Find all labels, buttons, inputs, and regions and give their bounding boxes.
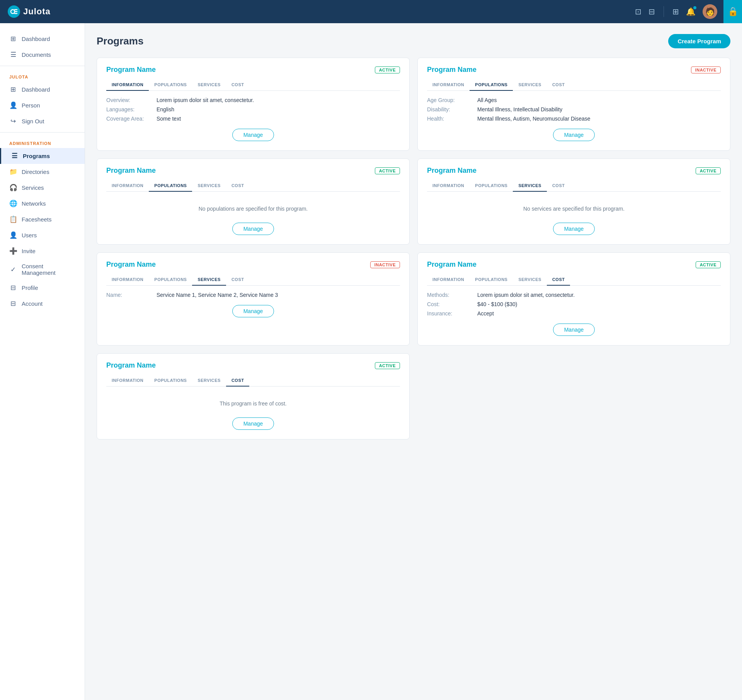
- card-tabs: INFORMATION POPULATIONS SERVICES COST: [106, 180, 400, 192]
- tab-information[interactable]: INFORMATION: [106, 274, 149, 286]
- tab-cost[interactable]: COST: [226, 274, 250, 286]
- sidebar-item-label: Profile: [22, 284, 38, 291]
- status-badge: ACTIVE: [375, 66, 400, 73]
- tab-cost[interactable]: COST: [547, 274, 570, 286]
- tab-populations[interactable]: POPULATIONS: [149, 274, 192, 286]
- sidebar-item-services[interactable]: 🎧 Services: [0, 180, 85, 196]
- manage-button[interactable]: Manage: [232, 417, 274, 430]
- users-icon: 👤: [9, 231, 17, 239]
- grid-icon[interactable]: ⊞: [672, 7, 679, 16]
- tab-information[interactable]: INFORMATION: [106, 375, 149, 387]
- sidebar: ⊞ Dashboard ☰ Documents JULOTA ⊞ Dashboa…: [0, 23, 85, 700]
- sidebar-item-directories[interactable]: 📁 Directories: [0, 164, 85, 180]
- sidebar-item-users[interactable]: 👤 Users: [0, 227, 85, 243]
- manage-button[interactable]: Manage: [232, 129, 274, 141]
- tab-populations[interactable]: POPULATIONS: [149, 79, 192, 91]
- sidebar-divider-2: [0, 132, 85, 133]
- page-title: Programs: [97, 35, 143, 47]
- tab-cost[interactable]: COST: [226, 79, 250, 91]
- programs-icon: ☰: [10, 152, 18, 160]
- sidebar-item-account[interactable]: ⊟ Account: [0, 296, 85, 312]
- field-label: Cost:: [427, 301, 473, 307]
- field-value: English: [157, 106, 174, 112]
- sidebar-item-dashboard[interactable]: ⊞ Dashboard: [0, 82, 85, 97]
- sidebar-item-label: Sign Out: [22, 118, 44, 124]
- tab-services[interactable]: SERVICES: [192, 180, 226, 192]
- tab-populations[interactable]: POPULATIONS: [149, 180, 192, 192]
- program-name: Program Name: [106, 66, 156, 74]
- manage-button[interactable]: Manage: [232, 305, 274, 317]
- tab-services[interactable]: SERVICES: [513, 79, 546, 91]
- field-label: Insurance:: [427, 310, 473, 317]
- tab-information[interactable]: INFORMATION: [427, 180, 470, 192]
- tab-cost[interactable]: COST: [226, 180, 250, 192]
- dashboard-icon: ⊞: [9, 85, 17, 94]
- manage-btn-wrap: Manage: [106, 223, 400, 235]
- field-value: All Ages: [477, 97, 497, 103]
- card-header: Program Name ACTIVE: [427, 261, 721, 269]
- manage-button[interactable]: Manage: [553, 223, 595, 235]
- tab-cost[interactable]: COST: [547, 79, 570, 91]
- tab-services[interactable]: SERVICES: [513, 180, 546, 192]
- manage-button[interactable]: Manage: [232, 223, 274, 235]
- sidebar-item-dashboard-top[interactable]: ⊞ Dashboard: [0, 31, 85, 47]
- field-value: Mental Illness, Autism, Neuromuscular Di…: [477, 116, 591, 122]
- notification-dot: [693, 6, 696, 9]
- program-name: Program Name: [106, 167, 156, 175]
- field-value: Lorem ipsum dolor sit amet, consectetur.: [157, 97, 254, 103]
- manage-btn-wrap: Manage: [106, 417, 400, 430]
- sidebar-item-consent-management[interactable]: ✓ Consent Management: [0, 259, 85, 280]
- sidebar-item-invite[interactable]: ➕ Invite: [0, 243, 85, 259]
- field-label: Health:: [427, 116, 473, 122]
- sidebar-item-networks[interactable]: 🌐 Networks: [0, 196, 85, 211]
- tab-populations[interactable]: POPULATIONS: [470, 274, 513, 286]
- field-name: Name: Service Name 1, Service Name 2, Se…: [106, 292, 400, 298]
- sidebar-divider: [0, 66, 85, 66]
- tab-information[interactable]: INFORMATION: [427, 79, 470, 91]
- screen-icon[interactable]: ⊡: [635, 7, 642, 16]
- nav-icons: ⊡ ⊟ ⊞ 🔔 🧑: [635, 4, 717, 19]
- svg-point-0: [11, 10, 15, 14]
- card-header: Program Name ACTIVE: [427, 167, 721, 175]
- sidebar-item-programs[interactable]: ☰ Programs: [0, 148, 85, 164]
- sidebar-item-profile[interactable]: ⊟ Profile: [0, 280, 85, 296]
- sidebar-item-sign-out[interactable]: ↪ Sign Out: [0, 113, 85, 129]
- tab-populations[interactable]: POPULATIONS: [470, 79, 513, 91]
- tab-cost[interactable]: COST: [547, 180, 570, 192]
- sidebar-item-label: Person: [22, 102, 40, 109]
- create-program-button[interactable]: Create Program: [668, 34, 730, 48]
- tab-cost[interactable]: COST: [226, 375, 250, 387]
- field-disability: Disability: Mental Illness, Intellectual…: [427, 106, 721, 112]
- sidebar-item-label: Networks: [22, 200, 46, 207]
- tab-services[interactable]: SERVICES: [513, 274, 546, 286]
- program-card-6: Program Name ACTIVE INFORMATION POPULATI…: [417, 252, 730, 346]
- signout-icon: ↪: [9, 117, 17, 125]
- sidebar-item-documents[interactable]: ☰ Documents: [0, 47, 85, 63]
- tab-services[interactable]: SERVICES: [192, 375, 226, 387]
- tab-services[interactable]: SERVICES: [192, 274, 226, 286]
- manage-btn-wrap: Manage: [427, 324, 721, 336]
- bell-icon[interactable]: 🔔: [686, 7, 696, 16]
- account-icon: ⊟: [9, 300, 17, 308]
- tab-information[interactable]: INFORMATION: [106, 180, 149, 192]
- field-coverage: Coverage Area: Some text: [106, 116, 400, 122]
- tab-information[interactable]: INFORMATION: [427, 274, 470, 286]
- sidebar-item-label: Account: [22, 300, 43, 307]
- manage-button[interactable]: Manage: [553, 129, 595, 141]
- lock-button[interactable]: 🔒: [723, 0, 742, 23]
- sidebar-item-facesheets[interactable]: 📋 Facesheets: [0, 211, 85, 227]
- manage-button[interactable]: Manage: [553, 324, 595, 336]
- sidebar-item-person[interactable]: 👤 Person: [0, 97, 85, 113]
- program-name: Program Name: [427, 261, 477, 269]
- tab-services[interactable]: SERVICES: [192, 79, 226, 91]
- manage-btn-wrap: Manage: [106, 129, 400, 141]
- field-label: Languages:: [106, 106, 153, 112]
- avatar[interactable]: 🧑: [703, 4, 717, 19]
- calendar-icon[interactable]: ⊟: [648, 7, 655, 16]
- app-layout: ⊞ Dashboard ☰ Documents JULOTA ⊞ Dashboa…: [0, 23, 742, 700]
- tab-populations[interactable]: POPULATIONS: [149, 375, 192, 387]
- tab-information[interactable]: INFORMATION: [106, 79, 149, 91]
- card-empty-message: No services are specified for this progr…: [427, 198, 721, 216]
- program-card-1: Program Name ACTIVE INFORMATION POPULATI…: [97, 58, 410, 151]
- tab-populations[interactable]: POPULATIONS: [470, 180, 513, 192]
